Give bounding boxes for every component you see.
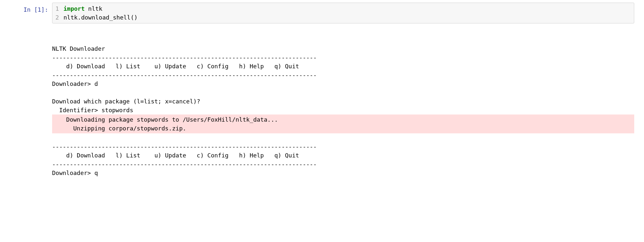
code-line[interactable]: 2nltk.download_shell() [52, 13, 634, 22]
output-line: Identifier> stopwords [52, 106, 634, 114]
output-line: Downloading package stopwords to /Users/… [52, 115, 634, 124]
code-content[interactable]: nltk.download_shell() [63, 13, 632, 22]
code-input-area[interactable]: 1import nltk2nltk.download_shell() [52, 3, 634, 23]
output-line [52, 133, 634, 142]
output-area: NLTK Downloader-------------------------… [52, 27, 634, 177]
line-number: 1 [54, 4, 63, 13]
code-line[interactable]: 1import nltk [52, 4, 634, 13]
prompt-label: In [1]: [23, 6, 48, 13]
output-line: NLTK Downloader [52, 44, 634, 53]
output-line: Downloader> q [52, 168, 634, 177]
stderr-block: Downloading package stopwords to /Users/… [52, 114, 634, 133]
code-cell: In [1]: 1import nltk2nltk.download_shell… [0, 3, 644, 23]
output-line: ----------------------------------------… [52, 53, 634, 62]
input-prompt: In [1]: [0, 3, 52, 14]
output-line: ----------------------------------------… [52, 71, 634, 79]
line-number: 2 [54, 13, 63, 22]
output-cell: NLTK Downloader-------------------------… [0, 27, 644, 177]
output-line: ----------------------------------------… [52, 160, 634, 168]
output-line: d) Download l) List u) Update c) Config … [52, 62, 634, 71]
output-line: d) Download l) List u) Update c) Config … [52, 151, 634, 160]
output-line: Downloader> d [52, 79, 634, 88]
output-line [52, 88, 634, 97]
code-content[interactable]: import nltk [63, 4, 632, 13]
output-line: Unzipping corpora/stopwords.zip. [52, 124, 634, 133]
output-line: ----------------------------------------… [52, 142, 634, 151]
output-line: Download which package (l=list; x=cancel… [52, 97, 634, 106]
